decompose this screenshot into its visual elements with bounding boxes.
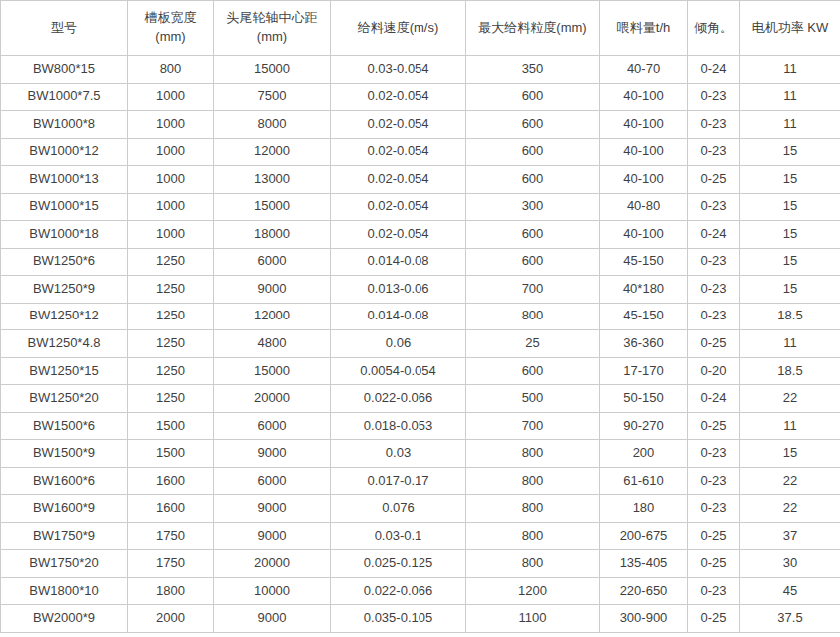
table-cell: 1000 (128, 83, 214, 111)
table-cell: 1750 (128, 522, 214, 550)
header-row: 型号槽板宽度(mm)头尾轮轴中心距(mm)给料速度(m/s)最大给料粒度(mm)… (1, 1, 840, 56)
table-cell: 20000 (214, 385, 331, 413)
table-cell: 0-25 (688, 522, 740, 550)
table-cell: 18000 (214, 221, 331, 249)
table-row: BW1750*9175090000.03-0.1800200-6750-2537 (1, 522, 840, 550)
table-cell: 0.02-0.054 (331, 193, 466, 221)
table-cell: BW1250*4.8 (1, 330, 128, 358)
spec-table: 型号槽板宽度(mm)头尾轮轴中心距(mm)给料速度(m/s)最大给料粒度(mm)… (0, 0, 840, 633)
column-header-5: 最大给料粒度(mm) (466, 1, 600, 56)
table-cell: 0.03-0.1 (331, 522, 466, 550)
table-cell: BW1750*20 (1, 550, 128, 578)
table-cell: 0.02-0.054 (331, 111, 466, 139)
table-cell: BW2000*9 (1, 605, 128, 633)
table-cell: BW1500*6 (1, 412, 128, 440)
table-cell: 1250 (128, 276, 214, 304)
table-cell: 0-25 (688, 330, 740, 358)
table-cell: 0-23 (688, 83, 740, 111)
table-cell: 0-25 (688, 550, 740, 578)
table-cell: 37.5 (740, 605, 840, 633)
table-cell: 6000 (214, 467, 331, 495)
table-cell: 22 (740, 467, 840, 495)
column-header-1: 型号 (1, 1, 128, 56)
table-cell: 0-24 (688, 56, 740, 84)
table-cell: 0-25 (688, 605, 740, 633)
table-cell: 200 (600, 440, 688, 468)
table-cell: 0.03-0.054 (331, 56, 466, 84)
table-cell: 0-20 (688, 357, 740, 385)
table-cell: BW1500*9 (1, 440, 128, 468)
table-cell: 2000 (128, 605, 214, 633)
table-cell: 600 (466, 138, 600, 166)
table-cell: 9000 (214, 440, 331, 468)
table-cell: 800 (466, 467, 600, 495)
table-cell: 15 (740, 166, 840, 194)
table-cell: 1250 (128, 330, 214, 358)
table-cell: 45-150 (600, 248, 688, 276)
table-cell: 40-80 (600, 193, 688, 221)
table-row: BW1000*181000180000.02-0.05460040-1000-2… (1, 221, 840, 249)
table-cell: 0.014-0.08 (331, 248, 466, 276)
table-cell: 40-100 (600, 166, 688, 194)
table-cell: 1000 (128, 193, 214, 221)
table-cell: 0.022-0.066 (331, 577, 466, 605)
table-cell: 800 (466, 495, 600, 523)
table-cell: 800 (466, 303, 600, 330)
table-cell: 6000 (214, 248, 331, 276)
table-cell: 1000 (128, 111, 214, 139)
table-cell: 11 (740, 111, 840, 139)
table-cell: 0.02-0.054 (331, 166, 466, 194)
table-cell: 220-650 (600, 577, 688, 605)
table-cell: 10000 (214, 577, 331, 605)
table-row: BW1250*151250150000.0054-0.05460017-1700… (1, 357, 840, 385)
table-row: BW800*15800150000.03-0.05435040-700-2411 (1, 56, 840, 84)
table-cell: 1800 (128, 577, 214, 605)
table-cell: 15 (740, 440, 840, 468)
table-cell: 11 (740, 412, 840, 440)
table-cell: 61-610 (600, 467, 688, 495)
table-row: BW1500*9150090000.038002000-2315 (1, 440, 840, 468)
table-cell: 1600 (128, 495, 214, 523)
table-cell: BW1000*18 (1, 221, 128, 249)
table-row: BW1600*9160090000.0768001800-2322 (1, 495, 840, 523)
table-cell: 15000 (214, 357, 331, 385)
table-cell: 8000 (214, 111, 331, 139)
table-row: BW1000*7.5100075000.02-0.05460040-1000-2… (1, 83, 840, 111)
table-cell: 45 (740, 577, 840, 605)
table-cell: 40-100 (600, 221, 688, 249)
table-cell: 0-24 (688, 385, 740, 413)
table-row: BW1250*6125060000.014-0.0860045-1500-231… (1, 248, 840, 276)
table-cell: 0-25 (688, 412, 740, 440)
column-header-7: 倾角。 (688, 1, 740, 56)
table-cell: 0.02-0.054 (331, 138, 466, 166)
table-cell: 600 (466, 111, 600, 139)
table-cell: 0-23 (688, 138, 740, 166)
table-cell: BW1250*15 (1, 357, 128, 385)
table-cell: 0-23 (688, 303, 740, 330)
table-cell: 0.014-0.08 (331, 303, 466, 330)
table-cell: 37 (740, 522, 840, 550)
table-cell: 600 (466, 248, 600, 276)
table-cell: 0-24 (688, 221, 740, 249)
table-cell: 0.06 (331, 330, 466, 358)
table-cell: 1000 (128, 138, 214, 166)
table-cell: 800 (128, 56, 214, 84)
table-cell: 40-100 (600, 138, 688, 166)
table-cell: 350 (466, 56, 600, 84)
table-cell: BW1600*6 (1, 467, 128, 495)
table-cell: BW1250*12 (1, 303, 128, 330)
table-cell: 1250 (128, 303, 214, 330)
table-cell: 1200 (466, 577, 600, 605)
table-cell: 9000 (214, 276, 331, 304)
table-cell: 40*180 (600, 276, 688, 304)
column-header-2: 槽板宽度(mm) (128, 1, 214, 56)
table-cell: 15 (740, 276, 840, 304)
table-cell: 180 (600, 495, 688, 523)
table-cell: 9000 (214, 605, 331, 633)
table-cell: BW1000*7.5 (1, 83, 128, 111)
table-cell: 25 (466, 330, 600, 358)
table-row: BW1000*131000130000.02-0.05460040-1000-2… (1, 166, 840, 194)
table-cell: 4800 (214, 330, 331, 358)
table-cell: 0.03 (331, 440, 466, 468)
table-cell: 1250 (128, 248, 214, 276)
